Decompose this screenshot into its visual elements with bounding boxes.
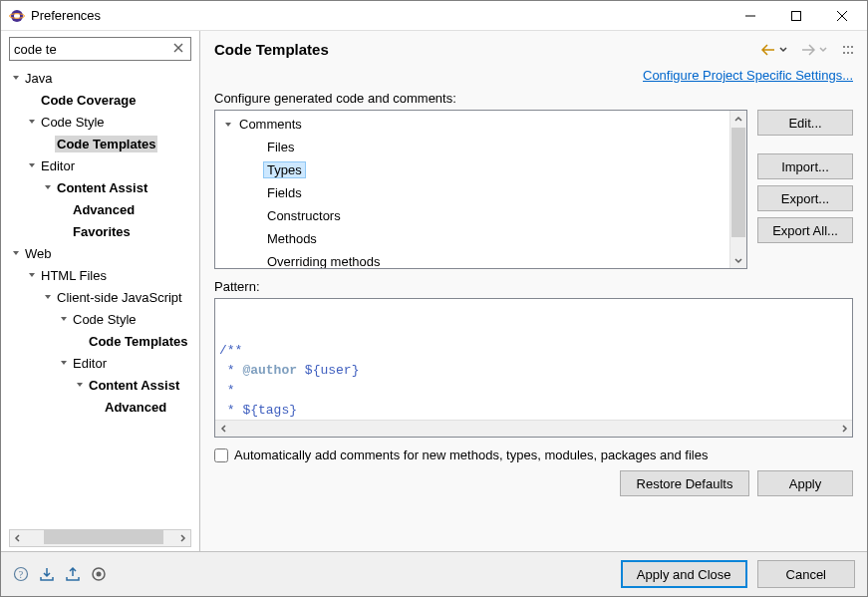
sidebar-horizontal-scrollbar[interactable] bbox=[9, 529, 191, 547]
chevron-down-icon[interactable] bbox=[41, 290, 55, 304]
configure-label: Configure generated code and comments: bbox=[200, 91, 867, 110]
chevron-down-icon[interactable] bbox=[41, 180, 55, 194]
template-tree-item-label: Constructors bbox=[263, 207, 345, 224]
tree-item-label: Code Templates bbox=[55, 136, 157, 152]
edit-button[interactable]: Edit... bbox=[757, 110, 853, 136]
tree-item[interactable]: Favorites bbox=[9, 220, 195, 242]
titlebar[interactable]: Preferences bbox=[1, 1, 867, 31]
tree-item[interactable]: Editor bbox=[9, 154, 195, 176]
scroll-right-icon[interactable] bbox=[174, 530, 190, 546]
chevron-down-icon[interactable] bbox=[25, 115, 39, 129]
templates-tree[interactable]: CommentsFilesTypesFieldsConstructorsMeth… bbox=[214, 110, 747, 269]
template-tree-item-label: Files bbox=[263, 139, 298, 155]
tree-item-label: Code Style bbox=[39, 114, 107, 131]
dialog-footer: ? Apply and Close Cancel bbox=[1, 551, 867, 596]
template-tree-item[interactable]: Constructors bbox=[221, 204, 746, 227]
import-button[interactable]: Import... bbox=[757, 153, 853, 179]
svg-point-12 bbox=[843, 52, 845, 54]
scroll-down-icon[interactable] bbox=[730, 251, 746, 268]
tree-item[interactable]: Code Style bbox=[9, 308, 195, 330]
svg-point-13 bbox=[847, 52, 849, 54]
tree-item[interactable]: Content Assist bbox=[9, 374, 195, 396]
scroll-up-icon[interactable] bbox=[730, 111, 746, 128]
template-tree-item-label: Methods bbox=[263, 230, 321, 247]
chevron-down-icon[interactable] bbox=[25, 158, 39, 172]
minimize-button[interactable] bbox=[727, 1, 773, 31]
template-tree-item[interactable]: Overriding methods bbox=[221, 250, 746, 269]
tree-item-label: Content Assist bbox=[87, 377, 181, 394]
template-tree-item-label: Types bbox=[263, 161, 306, 178]
svg-rect-4 bbox=[792, 11, 801, 20]
export-all-button[interactable]: Export All... bbox=[757, 217, 853, 243]
tree-item-label: Editor bbox=[71, 355, 109, 372]
preferences-sidebar: JavaCode CoverageCode StyleCode Template… bbox=[1, 31, 200, 551]
tree-item[interactable]: Advanced bbox=[9, 198, 195, 220]
cancel-button[interactable]: Cancel bbox=[757, 560, 855, 588]
view-menu-icon[interactable] bbox=[841, 44, 855, 56]
clear-filter-icon[interactable] bbox=[171, 41, 187, 57]
scroll-left-icon[interactable] bbox=[10, 530, 26, 546]
template-tree-item[interactable]: Fields bbox=[221, 181, 746, 204]
scroll-thumb[interactable] bbox=[731, 128, 745, 237]
tree-item[interactable]: Code Coverage bbox=[9, 89, 195, 111]
template-tree-item-label: Overriding methods bbox=[263, 253, 384, 269]
chevron-down-icon[interactable] bbox=[221, 118, 235, 132]
tree-item[interactable]: Advanced bbox=[9, 396, 195, 418]
page-title: Code Templates bbox=[214, 41, 761, 58]
tree-item-label: Client-side JavaScript bbox=[55, 289, 184, 306]
tree-item[interactable]: Code Style bbox=[9, 111, 195, 133]
oomph-record-icon[interactable] bbox=[91, 566, 107, 582]
nav-back-icon[interactable] bbox=[761, 44, 775, 56]
tree-item[interactable]: Code Templates bbox=[9, 133, 195, 154]
template-tree-item[interactable]: Types bbox=[221, 158, 746, 181]
export-prefs-icon[interactable] bbox=[65, 566, 81, 582]
tree-item-label: Advanced bbox=[103, 399, 168, 416]
tree-item-label: Content Assist bbox=[55, 179, 149, 196]
tree-item[interactable]: Client-side JavaScript bbox=[9, 286, 195, 308]
nav-forward-icon bbox=[801, 44, 815, 56]
scroll-thumb[interactable] bbox=[44, 530, 163, 544]
svg-point-10 bbox=[847, 46, 849, 48]
export-button[interactable]: Export... bbox=[757, 185, 853, 211]
tree-item[interactable]: Code Templates bbox=[9, 330, 195, 352]
svg-point-18 bbox=[97, 572, 102, 577]
maximize-button[interactable] bbox=[773, 1, 819, 31]
apply-and-close-button[interactable]: Apply and Close bbox=[621, 560, 747, 588]
tree-item-label: Code Coverage bbox=[39, 92, 138, 109]
filter-input[interactable] bbox=[9, 37, 191, 61]
pattern-horizontal-scrollbar[interactable] bbox=[215, 420, 852, 437]
svg-point-14 bbox=[851, 52, 853, 54]
tree-item-label: Editor bbox=[39, 157, 77, 174]
pattern-label: Pattern: bbox=[200, 269, 867, 298]
chevron-down-icon[interactable] bbox=[25, 268, 39, 282]
template-tree-item[interactable]: Files bbox=[221, 136, 746, 158]
chevron-down-icon[interactable] bbox=[73, 378, 87, 392]
chevron-down-icon[interactable] bbox=[57, 312, 71, 326]
preferences-tree[interactable]: JavaCode CoverageCode StyleCode Template… bbox=[5, 67, 195, 527]
tree-item[interactable]: HTML Files bbox=[9, 264, 195, 286]
nav-forward-dropdown-icon bbox=[819, 47, 827, 53]
tree-item[interactable]: Web bbox=[9, 242, 195, 264]
scroll-left-icon[interactable] bbox=[215, 421, 232, 437]
svg-point-9 bbox=[843, 46, 845, 48]
templates-vertical-scrollbar[interactable] bbox=[729, 111, 746, 268]
chevron-down-icon[interactable] bbox=[9, 246, 23, 260]
import-prefs-icon[interactable] bbox=[39, 566, 55, 582]
template-tree-item[interactable]: Comments bbox=[221, 113, 746, 136]
preferences-page: Code Templates Configure Project Specifi… bbox=[200, 31, 867, 551]
tree-item[interactable]: Editor bbox=[9, 352, 195, 374]
tree-item-label: Web bbox=[23, 245, 54, 262]
chevron-down-icon[interactable] bbox=[57, 356, 71, 370]
scroll-right-icon[interactable] bbox=[835, 421, 852, 437]
template-tree-item[interactable]: Methods bbox=[221, 227, 746, 250]
tree-item[interactable]: Java bbox=[9, 67, 195, 89]
app-icon bbox=[9, 8, 25, 24]
close-button[interactable] bbox=[819, 1, 865, 31]
tree-item-label: Advanced bbox=[71, 201, 137, 218]
chevron-down-icon[interactable] bbox=[9, 71, 23, 85]
template-tree-item-label: Comments bbox=[235, 116, 306, 133]
help-icon[interactable]: ? bbox=[13, 566, 29, 582]
tree-item[interactable]: Content Assist bbox=[9, 176, 195, 198]
nav-back-dropdown-icon[interactable] bbox=[779, 47, 787, 53]
configure-project-settings-link[interactable]: Configure Project Specific Settings... bbox=[643, 68, 853, 83]
